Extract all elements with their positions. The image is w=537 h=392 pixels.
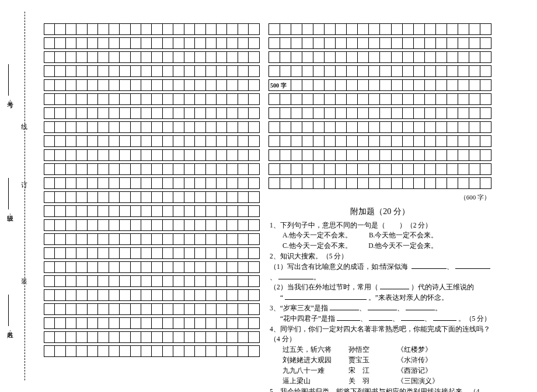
grid-cell (325, 94, 336, 105)
grid-cell (227, 234, 238, 245)
grid-cell (98, 248, 109, 259)
grid-cell (184, 178, 194, 189)
grid-cell (65, 346, 76, 357)
grid-cell (291, 164, 302, 175)
grid-cell (130, 346, 141, 357)
grid-cell (130, 332, 141, 343)
binding-dashed-line (25, 12, 25, 380)
grid-cell (76, 66, 87, 77)
grid-cell (217, 178, 227, 189)
grid-cell (280, 52, 291, 63)
grid-cell (65, 38, 76, 49)
grid-cell (291, 136, 302, 147)
grid-cell (65, 206, 76, 217)
grid-cell (424, 136, 435, 147)
grid-cell (130, 220, 141, 231)
grid-cell (109, 66, 119, 77)
grid-cell (447, 66, 458, 77)
grid-cell (87, 346, 97, 357)
grid-cell (480, 66, 491, 77)
q3-blank5 (369, 314, 392, 321)
grid-cell (98, 192, 109, 203)
grid-cell (358, 150, 369, 161)
grid-cell (302, 38, 313, 49)
grid-cell (87, 122, 97, 133)
grid-cell (469, 108, 480, 119)
grid-cell (65, 164, 76, 175)
grid-cell (98, 290, 109, 301)
grid-cell (447, 136, 458, 147)
grid-cell (291, 66, 302, 77)
grid-cell (227, 332, 238, 343)
grid-cell (173, 220, 184, 231)
grid-cell (173, 234, 184, 245)
grid-cell (162, 108, 173, 119)
q4-r4b: 关 羽 (348, 376, 395, 387)
grid-cell (302, 122, 313, 133)
grid-cell (302, 80, 313, 91)
grid-cell (130, 66, 141, 77)
grid-cell (369, 164, 380, 175)
grid-cell (76, 346, 87, 357)
grid-cell (249, 94, 260, 105)
grid-cell (184, 164, 194, 175)
grid-cell (87, 290, 97, 301)
right-column: 500 字 （600 字） 附加题（20 分） 1、下列句子中，意思不同的一句是… (268, 23, 491, 392)
grid-cell (87, 276, 97, 287)
grid-cell (227, 248, 238, 259)
grid-cell (435, 66, 447, 77)
grid-cell (76, 332, 87, 343)
grid-cell (152, 178, 162, 189)
grid-cell (205, 150, 216, 161)
grid-cell (391, 24, 402, 35)
grid-cell (369, 178, 380, 189)
grid-cell (249, 248, 260, 259)
grid-cell (195, 164, 205, 175)
grid-cell (336, 38, 347, 49)
grid-cell (227, 38, 238, 49)
grid-cell (120, 24, 130, 35)
q1-c: C.他今天一定会不来。 (283, 242, 352, 249)
grid-cell (120, 290, 130, 301)
grid-cell (238, 304, 248, 315)
grid-cell (280, 178, 291, 189)
grid-cell (249, 122, 260, 133)
grid-cell (227, 80, 238, 91)
grid-cell (227, 206, 238, 217)
grid-cell (205, 164, 216, 175)
grid-cell (358, 164, 369, 175)
grid-cell (55, 290, 65, 301)
q4-r1b: 孙悟空 (348, 345, 395, 355)
grid-cell (217, 234, 227, 245)
q3-a: 3、“岁寒三友”是指 (270, 304, 328, 312)
q4-r2a: 刘姥姥进大观园 (283, 355, 347, 366)
grid-cell (280, 122, 291, 133)
grid-cell (413, 122, 424, 133)
grid-cell (358, 178, 369, 189)
grid-cell (249, 220, 260, 231)
grid-cell (435, 178, 447, 189)
grid-cell (358, 136, 369, 147)
grid-cell (141, 136, 151, 147)
grid-cell (44, 136, 55, 147)
grid-cell (120, 178, 130, 189)
grid-cell (480, 150, 491, 161)
grid-cell (55, 80, 65, 91)
grid-cell (76, 150, 87, 161)
grid-cell (44, 304, 55, 315)
grid-cell (98, 318, 109, 329)
grid-cell (87, 304, 97, 315)
grid-cell (141, 52, 151, 63)
grid-cell (217, 276, 227, 287)
grid-cell (369, 108, 380, 119)
grid-cell (447, 38, 458, 49)
grid-cell (249, 318, 260, 329)
grid-cell (325, 38, 336, 49)
grid-cell (141, 24, 151, 35)
grid-cell (424, 178, 435, 189)
grid-cell (152, 276, 162, 287)
grid-cell (173, 332, 184, 343)
grid-cell (380, 94, 391, 105)
grid-cell (336, 108, 347, 119)
grid-cell (325, 122, 336, 133)
